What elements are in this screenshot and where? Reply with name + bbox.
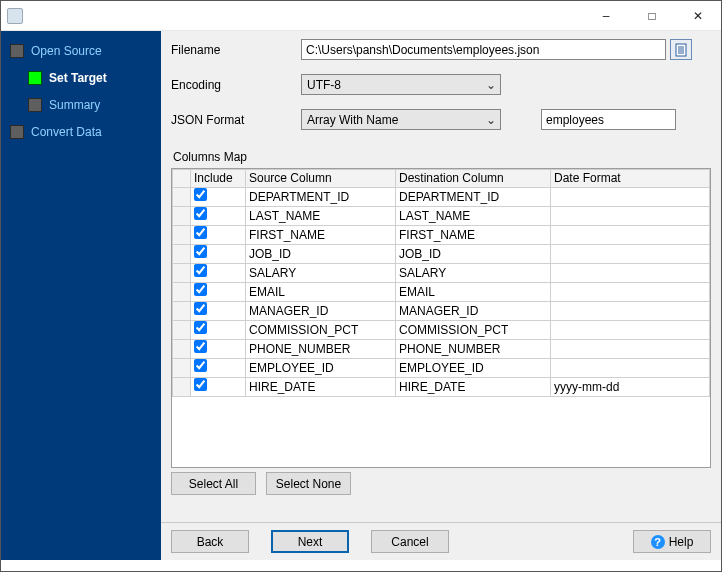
date-format-cell[interactable]: yyyy-mm-dd: [551, 378, 710, 397]
date-format-cell[interactable]: [551, 283, 710, 302]
browse-button[interactable]: [670, 39, 692, 60]
include-checkbox[interactable]: [194, 359, 207, 372]
row-header[interactable]: [173, 378, 191, 397]
source-cell[interactable]: HIRE_DATE: [246, 378, 396, 397]
include-checkbox[interactable]: [194, 207, 207, 220]
table-row: HIRE_DATEHIRE_DATEyyyy-mm-dd: [173, 378, 710, 397]
include-cell[interactable]: [191, 340, 246, 359]
destination-cell[interactable]: COMMISSION_PCT: [396, 321, 551, 340]
sidebar-item-label: Open Source: [31, 44, 102, 58]
date-format-cell[interactable]: [551, 264, 710, 283]
include-cell[interactable]: [191, 207, 246, 226]
maximize-button[interactable]: □: [629, 1, 675, 31]
titlebar: – □ ✕: [1, 1, 721, 31]
include-cell[interactable]: [191, 302, 246, 321]
date-format-cell[interactable]: [551, 226, 710, 245]
destination-cell[interactable]: MANAGER_ID: [396, 302, 551, 321]
date-format-cell[interactable]: [551, 188, 710, 207]
row-header[interactable]: [173, 340, 191, 359]
include-cell[interactable]: [191, 226, 246, 245]
destination-cell[interactable]: LAST_NAME: [396, 207, 551, 226]
source-cell[interactable]: FIRST_NAME: [246, 226, 396, 245]
include-cell[interactable]: [191, 359, 246, 378]
include-checkbox[interactable]: [194, 321, 207, 334]
destination-cell[interactable]: PHONE_NUMBER: [396, 340, 551, 359]
destination-cell[interactable]: EMAIL: [396, 283, 551, 302]
row-header[interactable]: [173, 245, 191, 264]
select-none-button[interactable]: Select None: [266, 472, 351, 495]
destination-cell[interactable]: JOB_ID: [396, 245, 551, 264]
destination-cell[interactable]: HIRE_DATE: [396, 378, 551, 397]
columns-map-label: Columns Map: [173, 150, 711, 164]
include-checkbox[interactable]: [194, 340, 207, 353]
row-header[interactable]: [173, 302, 191, 321]
table-row: PHONE_NUMBERPHONE_NUMBER: [173, 340, 710, 359]
sidebar-item[interactable]: Open Source: [1, 37, 161, 64]
include-cell[interactable]: [191, 283, 246, 302]
chevron-down-icon: ⌄: [483, 113, 498, 127]
destination-cell[interactable]: EMPLOYEE_ID: [396, 359, 551, 378]
table-row: JOB_IDJOB_ID: [173, 245, 710, 264]
row-header[interactable]: [173, 207, 191, 226]
source-cell[interactable]: EMPLOYEE_ID: [246, 359, 396, 378]
source-cell[interactable]: MANAGER_ID: [246, 302, 396, 321]
sidebar-item-label: Summary: [49, 98, 100, 112]
array-name-input[interactable]: [541, 109, 676, 130]
row-header[interactable]: [173, 264, 191, 283]
row-header[interactable]: [173, 226, 191, 245]
next-button[interactable]: Next: [271, 530, 349, 553]
cancel-button[interactable]: Cancel: [371, 530, 449, 553]
date-format-cell[interactable]: [551, 340, 710, 359]
help-button[interactable]: ? Help: [633, 530, 711, 553]
encoding-combo[interactable]: UTF-8 ⌄: [301, 74, 501, 95]
destination-cell[interactable]: SALARY: [396, 264, 551, 283]
source-cell[interactable]: JOB_ID: [246, 245, 396, 264]
row-header[interactable]: [173, 188, 191, 207]
source-cell[interactable]: PHONE_NUMBER: [246, 340, 396, 359]
destination-cell[interactable]: DEPARTMENT_ID: [396, 188, 551, 207]
sidebar-item[interactable]: Set Target: [1, 64, 161, 91]
include-checkbox[interactable]: [194, 188, 207, 201]
include-cell[interactable]: [191, 378, 246, 397]
select-all-button[interactable]: Select All: [171, 472, 256, 495]
row-header[interactable]: [173, 359, 191, 378]
step-status-icon: [11, 126, 23, 138]
col-include[interactable]: Include: [191, 170, 246, 188]
include-checkbox[interactable]: [194, 264, 207, 277]
include-checkbox[interactable]: [194, 283, 207, 296]
include-cell[interactable]: [191, 245, 246, 264]
col-source[interactable]: Source Column: [246, 170, 396, 188]
col-date-format[interactable]: Date Format: [551, 170, 710, 188]
include-cell[interactable]: [191, 188, 246, 207]
destination-cell[interactable]: FIRST_NAME: [396, 226, 551, 245]
minimize-button[interactable]: –: [583, 1, 629, 31]
filename-label: Filename: [171, 43, 301, 57]
source-cell[interactable]: COMMISSION_PCT: [246, 321, 396, 340]
include-cell[interactable]: [191, 264, 246, 283]
date-format-cell[interactable]: [551, 207, 710, 226]
source-cell[interactable]: LAST_NAME: [246, 207, 396, 226]
date-format-cell[interactable]: [551, 359, 710, 378]
svg-rect-0: [676, 44, 686, 56]
row-header[interactable]: [173, 283, 191, 302]
include-checkbox[interactable]: [194, 226, 207, 239]
source-cell[interactable]: DEPARTMENT_ID: [246, 188, 396, 207]
date-format-cell[interactable]: [551, 321, 710, 340]
date-format-cell[interactable]: [551, 302, 710, 321]
source-cell[interactable]: EMAIL: [246, 283, 396, 302]
json-format-combo[interactable]: Array With Name ⌄: [301, 109, 501, 130]
include-checkbox[interactable]: [194, 302, 207, 315]
source-cell[interactable]: SALARY: [246, 264, 396, 283]
table-row: MANAGER_IDMANAGER_ID: [173, 302, 710, 321]
date-format-cell[interactable]: [551, 245, 710, 264]
include-cell[interactable]: [191, 321, 246, 340]
back-button[interactable]: Back: [171, 530, 249, 553]
col-destination[interactable]: Destination Column: [396, 170, 551, 188]
sidebar-item[interactable]: Summary: [1, 91, 161, 118]
filename-input[interactable]: [301, 39, 666, 60]
close-button[interactable]: ✕: [675, 1, 721, 31]
sidebar-item[interactable]: Convert Data: [1, 118, 161, 145]
include-checkbox[interactable]: [194, 245, 207, 258]
row-header[interactable]: [173, 321, 191, 340]
include-checkbox[interactable]: [194, 378, 207, 391]
